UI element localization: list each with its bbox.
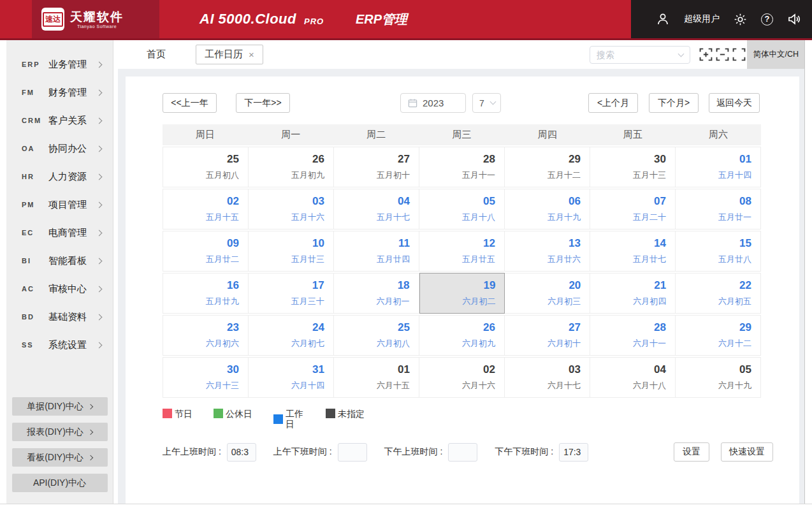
diy-button[interactable]: 看板(DIY)中心 xyxy=(12,448,108,467)
calendar-day-cell[interactable]: 01六月十五 xyxy=(334,357,419,398)
prev-month-button[interactable]: <上个月 xyxy=(588,93,638,113)
sidebar-item-ec[interactable]: EC电商管理 xyxy=(6,219,113,247)
module-title: ERP管理 xyxy=(356,0,407,38)
calendar-day-cell[interactable]: 19六月初二 xyxy=(419,273,505,314)
today-button[interactable]: 返回今天 xyxy=(709,93,760,113)
next-year-button[interactable]: 下一年>> xyxy=(236,93,290,113)
lunar-date: 五月十七 xyxy=(334,212,410,223)
sidebar-item-hr[interactable]: HR人力资源 xyxy=(6,163,113,191)
afternoon-start-input[interactable] xyxy=(448,443,477,462)
calendar-day-cell[interactable]: 02六月十六 xyxy=(419,357,505,398)
chevron-right-icon xyxy=(96,61,103,68)
year-picker[interactable]: 2023 xyxy=(400,93,466,113)
speaker-icon[interactable] xyxy=(787,11,802,27)
quick-settings-button[interactable]: 快速设置 xyxy=(721,442,773,462)
calendar-day-cell[interactable]: 10五月廿三 xyxy=(249,231,334,272)
header-accent-line xyxy=(0,38,812,40)
fullscreen-icon[interactable] xyxy=(732,48,746,61)
calendar-day-cell[interactable]: 29五月十二 xyxy=(505,147,590,187)
help-icon[interactable]: ? xyxy=(761,13,773,26)
sidebar-item-ss[interactable]: SS系统设置 xyxy=(6,331,113,359)
day-type-legend: 节日公休日工作日未指定 xyxy=(163,409,365,429)
calendar-day-cell[interactable]: 02五月十五 xyxy=(163,189,249,229)
sidebar-item-pm[interactable]: PM项目管理 xyxy=(6,191,113,219)
calendar-day-cell[interactable]: 27六月初十 xyxy=(505,315,590,356)
sidebar-item-crm[interactable]: CRM客户关系 xyxy=(6,106,113,135)
calendar-day-cell[interactable]: 04五月十七 xyxy=(334,189,419,229)
calendar-day-cell[interactable]: 30五月十三 xyxy=(590,147,676,187)
calendar-day-cell[interactable]: 14五月廿七 xyxy=(590,231,676,272)
vertical-scrollbar[interactable] xyxy=(804,40,812,504)
sidebar-item-label: 智能看板 xyxy=(48,255,97,267)
horizontal-scrollbar[interactable] xyxy=(0,504,812,510)
zoom-in-icon[interactable] xyxy=(699,48,713,61)
calendar-day-cell[interactable]: 05六月十九 xyxy=(676,357,761,398)
diy-button[interactable]: API(DIY)中心 xyxy=(12,474,108,492)
day-number: 28 xyxy=(419,152,495,166)
sidebar-menu: ERP业务管理FM财务管理CRM客户关系OA协同办公HR人力资源PM项目管理EC… xyxy=(6,50,113,359)
calendar-day-cell[interactable]: 12五月廿五 xyxy=(419,231,505,272)
calendar-day-cell[interactable]: 16五月廿九 xyxy=(163,273,249,314)
calendar-day-cell[interactable]: 05五月十八 xyxy=(419,189,505,229)
calendar-day-cell[interactable]: 25五月初八 xyxy=(163,147,249,187)
calendar-day-cell[interactable]: 29六月十二 xyxy=(676,315,761,356)
weekday-label: 周日 xyxy=(163,124,248,145)
calendar-day-cell[interactable]: 17五月三十 xyxy=(249,273,334,314)
afternoon-end-input[interactable] xyxy=(559,443,588,462)
calendar-day-cell[interactable]: 21六月初四 xyxy=(590,273,676,314)
calendar-day-cell[interactable]: 26五月初九 xyxy=(249,147,334,187)
calendar-day-cell[interactable]: 18六月初一 xyxy=(334,273,419,314)
calendar-day-cell[interactable]: 24六月初七 xyxy=(249,315,334,356)
calendar-day-cell[interactable]: 31六月十四 xyxy=(249,357,334,398)
calendar-day-cell[interactable]: 08五月廿一 xyxy=(676,189,761,229)
username-label[interactable]: 超级用户 xyxy=(684,13,720,25)
morning-end-input[interactable] xyxy=(338,443,367,462)
calendar-day-cell[interactable]: 20六月初三 xyxy=(505,273,590,314)
tab-work-calendar[interactable]: 工作日历 × xyxy=(196,45,263,64)
calendar-day-cell[interactable]: 28六月十一 xyxy=(590,315,676,356)
day-number: 25 xyxy=(334,321,410,334)
calendar-grid: 25五月初八26五月初九27五月初十28五月十一29五月十二30五月十三01五月… xyxy=(163,147,761,398)
sidebar-item-bi[interactable]: BI智能看板 xyxy=(6,247,113,275)
prev-year-button[interactable]: <<上一年 xyxy=(163,93,217,113)
morning-start-input[interactable] xyxy=(227,443,256,462)
language-toggle[interactable]: 简体中文/CH xyxy=(747,40,804,69)
sidebar-item-bd[interactable]: BD基础资料 xyxy=(6,303,113,331)
sidebar-item-erp[interactable]: ERP业务管理 xyxy=(6,50,113,78)
user-icon[interactable] xyxy=(655,11,671,27)
calendar-day-cell[interactable]: 07五月二十 xyxy=(590,189,676,229)
calendar-day-cell[interactable]: 13五月廿六 xyxy=(505,231,590,272)
calendar-day-cell[interactable]: 27五月初十 xyxy=(334,147,419,187)
calendar-day-cell[interactable]: 22六月初五 xyxy=(676,273,761,314)
zoom-out-icon[interactable] xyxy=(716,48,729,61)
tab-home[interactable]: 首页 xyxy=(147,40,166,69)
settings-button[interactable]: 设置 xyxy=(674,442,709,462)
calendar-day-cell[interactable]: 03六月十七 xyxy=(505,357,590,398)
logo-text: 速达 xyxy=(43,12,63,27)
diy-button[interactable]: 报表(DIY)中心 xyxy=(12,423,108,441)
calendar-day-cell[interactable]: 06五月十九 xyxy=(505,189,590,229)
search-input[interactable] xyxy=(597,50,679,60)
tab-close-icon[interactable]: × xyxy=(249,49,254,60)
diy-button[interactable]: 单据(DIY)中心 xyxy=(12,397,108,416)
calendar-day-cell[interactable]: 01五月十四 xyxy=(676,147,761,187)
calendar-day-cell[interactable]: 28五月十一 xyxy=(419,147,505,187)
sidebar-item-ac[interactable]: AC审核中心 xyxy=(6,275,113,303)
sidebar-item-fm[interactable]: FM财务管理 xyxy=(6,78,113,106)
gear-icon[interactable] xyxy=(733,12,748,27)
chevron-down-icon[interactable] xyxy=(678,50,685,57)
calendar-day-cell[interactable]: 11五月廿四 xyxy=(334,231,419,272)
calendar-day-cell[interactable]: 09五月廿二 xyxy=(163,231,249,272)
calendar-day-cell[interactable]: 30六月十三 xyxy=(163,357,249,398)
calendar-day-cell[interactable]: 26六月初九 xyxy=(419,315,505,356)
month-select[interactable]: 7 xyxy=(472,93,501,113)
sidebar-item-oa[interactable]: OA协同办公 xyxy=(6,135,113,163)
calendar-day-cell[interactable]: 25六月初八 xyxy=(334,315,419,356)
next-month-button[interactable]: 下个月> xyxy=(649,93,699,113)
calendar-day-cell[interactable]: 23六月初六 xyxy=(163,315,249,356)
day-number: 09 xyxy=(163,237,239,250)
calendar-day-cell[interactable]: 04六月十八 xyxy=(590,357,676,398)
calendar-day-cell[interactable]: 03五月十六 xyxy=(249,189,334,229)
legend-label: 节日 xyxy=(175,409,192,419)
calendar-day-cell[interactable]: 15五月廿八 xyxy=(676,231,761,272)
